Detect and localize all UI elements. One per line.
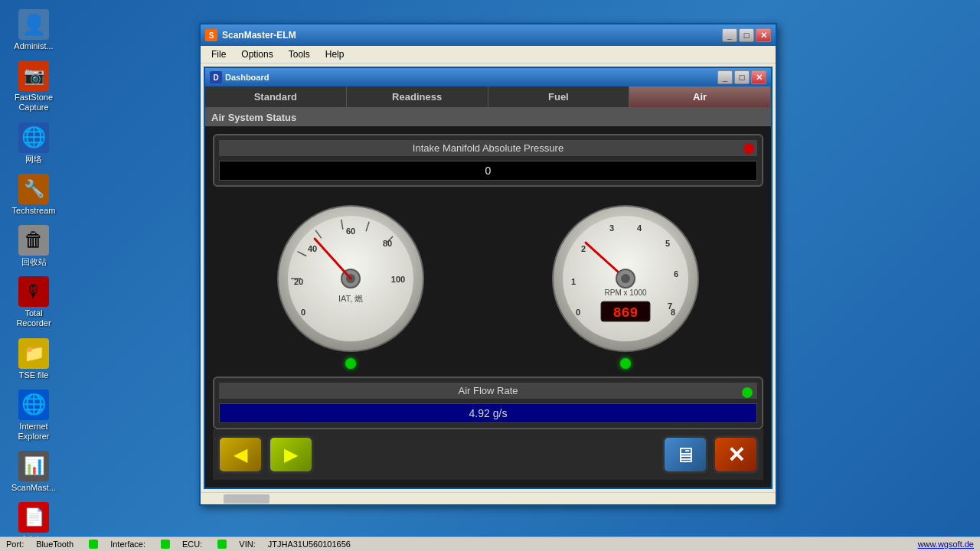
airflow-panel-title: Air Flow Rate: [219, 383, 757, 399]
menu-options[interactable]: Options: [235, 47, 279, 61]
interface-label: Interface:: [110, 540, 145, 549]
network-icon-label: 网络: [25, 155, 42, 165]
main-title-left: S ScanMaster-ELM: [205, 29, 296, 41]
app-icon: S: [205, 29, 217, 41]
ecu-status-indicator: [217, 540, 227, 549]
svg-text:40: 40: [308, 244, 317, 253]
svg-text:5: 5: [665, 239, 670, 248]
airflow-indicator-dot: [742, 387, 753, 398]
rpm-gauge-dot: [620, 358, 631, 369]
gauges-row: 0 20 40 60 80 100: [213, 194, 763, 377]
main-status-footer: Port: BlueTooth Interface: ECU: VIN: JTJ…: [0, 536, 980, 551]
port-label: Port:: [6, 540, 24, 549]
tab-bar: Standard Readiness Fuel Air: [205, 86, 771, 109]
maximize-button[interactable]: □: [739, 28, 754, 42]
svg-text:6: 6: [674, 269, 678, 279]
svg-text:2: 2: [581, 244, 586, 253]
desktop-icon-total-recorder[interactable]: 🎙 Total Recorder: [6, 273, 61, 331]
air-system-status-label: Air System Status: [211, 112, 296, 123]
back-icon: ◀: [234, 444, 247, 465]
tse-file-icon-label: TSE file: [19, 370, 49, 380]
desktop-icon-scanmaster[interactable]: 📊 ScanMast...: [6, 448, 61, 496]
desktop-icon-tse-file[interactable]: 📁 TSE file: [6, 335, 61, 383]
minimize-button[interactable]: _: [722, 28, 737, 42]
desktop-icon-admin[interactable]: 👤 Administ...: [6, 6, 61, 54]
website-link[interactable]: www.wgsoft.de: [918, 540, 974, 549]
dashboard-content: Intake Manifold Absolute Pressure 0: [205, 126, 771, 487]
rpm-gauge-container: 0 1 2 3 4 5 6 7 8 RPM x 1000: [549, 202, 702, 369]
techstream-icon-label: Techstream: [12, 206, 56, 216]
scanmaster-main-window: S ScanMaster-ELM _ □ ✕ File Options Tool…: [199, 23, 777, 506]
bottom-strip: [201, 492, 776, 504]
dashboard-window-controls: _ □ ✕: [717, 70, 766, 84]
svg-text:3: 3: [609, 223, 614, 233]
pressure-panel-title: Intake Manifold Absolute Pressure: [219, 140, 757, 156]
desktop-icon-faststone[interactable]: 📷 FastStone Capture: [6, 57, 61, 116]
monitor-button[interactable]: 🖥: [662, 435, 708, 474]
svg-text:8: 8: [671, 308, 675, 317]
svg-text:0: 0: [301, 308, 305, 317]
iat-gauge-dot: [345, 358, 356, 369]
iat-gauge-svg: 0 20 40 60 80 100: [274, 202, 427, 355]
close-nav-icon: ✕: [727, 442, 745, 468]
dashboard-close-button[interactable]: ✕: [751, 70, 766, 84]
airflow-panel: Air Flow Rate 4.92 g/s: [213, 377, 763, 429]
forward-icon: ▶: [284, 444, 298, 465]
desktop-icon-ie[interactable]: 🌐 Internet Explorer: [6, 386, 61, 445]
svg-text:IAT, 燃: IAT, 燃: [338, 294, 363, 303]
desktop-icon-techstream[interactable]: 🔧 Techstream: [6, 171, 61, 219]
pressure-panel-close[interactable]: [743, 143, 754, 154]
dashboard-minimize-button[interactable]: _: [717, 70, 733, 84]
tab-fuel[interactable]: Fuel: [488, 86, 630, 107]
ecu-label: ECU:: [182, 540, 202, 549]
tab-readiness[interactable]: Readiness: [347, 86, 488, 107]
dashboard-titlebar: D Dashboard _ □ ✕: [205, 68, 771, 86]
rpm-gauge-svg: 0 1 2 3 4 5 6 7 8 RPM x 1000: [549, 202, 702, 355]
tab-air[interactable]: Air: [629, 86, 771, 107]
bottom-bar-item: [224, 494, 270, 504]
menu-file[interactable]: File: [205, 47, 232, 61]
close-nav-button[interactable]: ✕: [713, 435, 759, 474]
main-titlebar: S ScanMaster-ELM _ □ ✕: [201, 24, 776, 46]
nav-left-buttons: ◀ ▶: [217, 435, 314, 474]
monitor-icon: 🖥: [675, 442, 696, 468]
menu-tools[interactable]: Tools: [283, 47, 316, 61]
port-value: BlueTooth: [36, 540, 74, 549]
tab-standard[interactable]: Standard: [205, 86, 347, 107]
menu-help[interactable]: Help: [319, 47, 351, 61]
total-recorder-icon-label: Total Recorder: [9, 308, 58, 328]
close-button[interactable]: ✕: [756, 28, 771, 42]
port-status-indicator: [89, 540, 98, 549]
menu-bar: File Options Tools Help: [201, 46, 776, 64]
svg-text:1: 1: [571, 277, 576, 286]
nav-right-buttons: 🖥 ✕: [662, 435, 759, 474]
forward-button[interactable]: ▶: [268, 435, 314, 474]
svg-text:80: 80: [383, 239, 392, 248]
desktop-icon-network[interactable]: 🌐 网络: [6, 119, 61, 168]
svg-point-34: [621, 274, 630, 283]
dashboard-icon: D: [210, 71, 222, 83]
faststone-icon-label: FastStone Capture: [9, 93, 58, 112]
airflow-value: 4.92 g/s: [219, 403, 757, 423]
vin-value: JTJHA31U560101656: [268, 540, 351, 549]
svg-text:100: 100: [391, 275, 405, 284]
main-window-title: ScanMaster-ELM: [222, 30, 296, 41]
svg-text:60: 60: [346, 227, 355, 236]
recycle-icon-label: 回收站: [21, 257, 47, 267]
air-system-status-bar: Air System Status: [205, 109, 771, 126]
admin-icon-label: Administ...: [14, 41, 53, 51]
desktop-icons-area: 👤 Administ... 📷 FastStone Capture 🌐 网络 🔧…: [0, 0, 122, 551]
dashboard-window: D Dashboard _ □ ✕ Standard Readiness Fue…: [204, 67, 773, 489]
desktop-icon-recycle[interactable]: 🗑 回收站: [6, 222, 61, 270]
svg-text:4: 4: [637, 223, 642, 233]
main-window-controls: _ □ ✕: [722, 28, 771, 42]
dashboard-title: Dashboard: [225, 73, 269, 82]
svg-text:RPM x 1000: RPM x 1000: [605, 289, 647, 297]
interface-status-indicator: [161, 540, 170, 549]
dashboard-maximize-button[interactable]: □: [734, 70, 750, 84]
back-button[interactable]: ◀: [217, 435, 263, 474]
scanmaster-icon-label: ScanMast...: [11, 483, 56, 493]
pressure-value: 0: [219, 161, 757, 181]
vin-label: VIN:: [239, 540, 255, 549]
dashboard-title-left: D Dashboard: [210, 71, 269, 83]
